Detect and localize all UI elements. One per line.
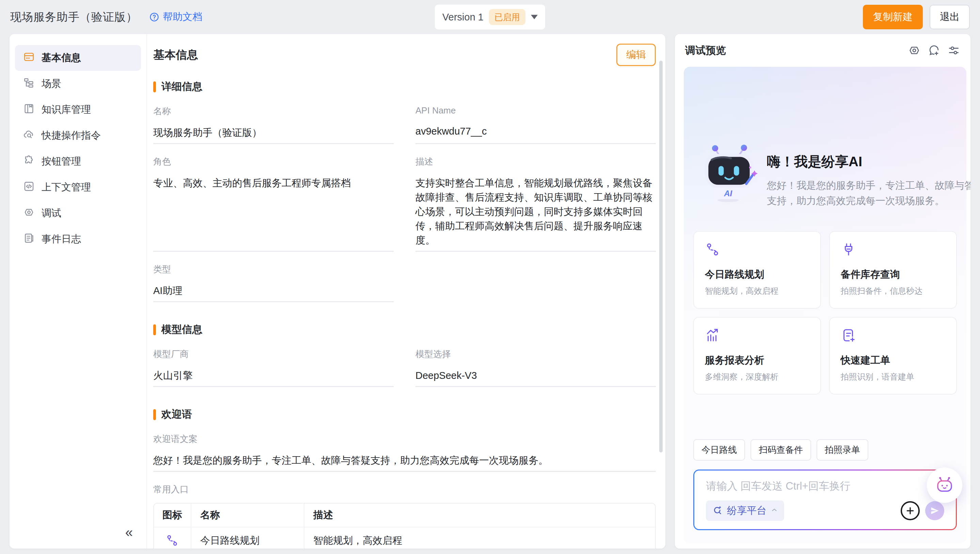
field-role: 角色 专业、高效、主动的售后服务工程师专属搭档 — [153, 156, 394, 252]
book-icon — [23, 103, 35, 117]
search-sparkle-icon — [712, 505, 723, 517]
field-value: DeepSeek-V3 — [415, 368, 656, 383]
new-chat-icon[interactable] — [928, 44, 940, 57]
content-scrollbar[interactable] — [659, 61, 663, 452]
quick-chips: 今日路线 扫码查备件 拍照录单 — [693, 439, 957, 461]
table-header-row: 图标 名称 描述 — [154, 504, 655, 527]
sidebar-item-context-management[interactable]: 上下文管理 — [15, 174, 141, 200]
section-model-header: 模型信息 — [153, 323, 656, 337]
platform-selector[interactable]: 纷享平台 — [706, 501, 784, 521]
section-title: 模型信息 — [161, 323, 202, 337]
sidebar-item-scenes[interactable]: 场景 — [15, 71, 141, 97]
debug-nut-icon[interactable] — [908, 44, 921, 57]
column-header: 名称 — [191, 504, 304, 527]
field-label: 模型厂商 — [153, 348, 394, 360]
chat-input[interactable] — [706, 480, 885, 492]
version-label: Version 1 — [442, 11, 484, 23]
field-welcome-copy: 欢迎语文案 您好！我是您的服务助手，专注工单、故障与答疑支持，助力您高效完成每一… — [153, 433, 656, 472]
field-value: AI助理 — [153, 284, 394, 298]
section-accent-bar — [153, 324, 156, 335]
section-welcome-header: 欢迎语 — [153, 407, 656, 421]
card-title: 快速建工单 — [841, 354, 945, 367]
field-type: 类型 AI助理 — [153, 263, 394, 302]
preview-title: 调试预览 — [685, 44, 726, 57]
field-value: 专业、高效、主动的售后服务工程师专属搭档 — [153, 176, 394, 190]
field-row: 角色 专业、高效、主动的售后服务工程师专属搭档 描述 支持实时整合工单信息，智能… — [153, 156, 656, 252]
column-header: 描述 — [304, 504, 655, 527]
section-title: 欢迎语 — [161, 407, 192, 421]
help-doc-label: 帮助文档 — [163, 10, 202, 24]
sidebar-item-label: 上下文管理 — [41, 180, 91, 194]
card-subtitle: 智能规划，高效启程 — [705, 286, 810, 297]
sidebar-item-knowledge-base[interactable]: 知识库管理 — [15, 97, 141, 123]
sidebar-item-button-management[interactable]: 按钮管理 — [15, 148, 141, 174]
section-accent-bar — [153, 81, 156, 92]
card-icon — [23, 51, 35, 65]
sidebar-item-label: 知识库管理 — [41, 103, 91, 117]
help-circle-icon — [149, 12, 159, 22]
entries-table: 图标 名称 描述 今日路线规划 智能规划，高效启程 — [153, 503, 656, 549]
card-subtitle: 拍照识别，语音建单 — [841, 371, 945, 382]
field-value: av9ekwdu77__c — [415, 124, 656, 138]
field-label: 角色 — [153, 156, 394, 168]
card-report-analysis[interactable]: 服务报表分析 多维洞察，深度解析 — [693, 317, 821, 394]
card-route-planning[interactable]: 今日路线规划 智能规划，高效启程 — [693, 231, 821, 309]
card-title: 备件库存查询 — [841, 268, 945, 281]
card-quick-work-order[interactable]: 快速建工单 拍照识别，语音建单 — [829, 317, 957, 394]
field-model-vendor: 模型厂商 火山引擎 — [153, 348, 394, 387]
card-title: 服务报表分析 — [705, 354, 810, 367]
chip-photo-order[interactable]: 拍照录单 — [816, 439, 868, 461]
card-parts-inventory[interactable]: 备件库存查询 拍照扫备件，信息秒达 — [829, 231, 957, 309]
chip-scan-parts[interactable]: 扫码查备件 — [751, 439, 811, 461]
svg-text:AI: AI — [724, 189, 732, 198]
field-row: 名称 现场服务助手（验证版） API Name av9ekwdu77__c — [153, 105, 656, 144]
exit-button[interactable]: 退出 — [930, 5, 970, 29]
edit-button[interactable]: 编辑 — [616, 44, 656, 66]
log-doc-icon — [23, 232, 35, 246]
cloud-search-icon — [23, 129, 35, 143]
field-value: 火山引擎 — [153, 368, 394, 383]
field-label: 模型选择 — [415, 348, 656, 360]
chip-today-route[interactable]: 今日路线 — [693, 439, 745, 461]
section-detail-header: 详细信息 — [153, 80, 656, 94]
assistant-robot-button[interactable] — [927, 468, 962, 503]
app-screen: 现场服务助手（验证版） 帮助文档 Version 1 已启用 复制新建 退出 — [0, 0, 980, 554]
sidebar-item-event-log[interactable]: 事件日志 — [15, 226, 141, 252]
copy-new-button[interactable]: 复制新建 — [863, 5, 923, 29]
debug-nut-icon — [23, 206, 35, 220]
plug-icon — [841, 253, 856, 259]
topbar: 现场服务助手（验证版） 帮助文档 Version 1 已启用 复制新建 退出 — [0, 0, 980, 34]
page-title: 基本信息 — [153, 47, 198, 63]
preview-header-icons — [908, 44, 960, 57]
chevron-down-icon — [531, 15, 538, 19]
puzzle-icon — [23, 155, 35, 169]
chat-input-box: 纷享平台 — [693, 469, 957, 530]
field-value: 您好！我是您的服务助手，专注工单、故障与答疑支持，助力您高效完成每一次现场服务。 — [153, 453, 656, 468]
sidebar-item-basic-info[interactable]: 基本信息 — [15, 45, 141, 71]
greeting-title: 嗨！我是纷享AI — [767, 152, 970, 171]
attach-plus-button[interactable] — [900, 501, 920, 520]
chat-input-inner: 纷享平台 — [694, 471, 956, 529]
field-row: 模型厂商 火山引擎 模型选择 DeepSeek-V3 — [153, 348, 656, 387]
sidebar-collapse-button[interactable]: « — [125, 525, 133, 539]
version-selector[interactable]: Version 1 已启用 — [435, 5, 545, 30]
sliders-icon[interactable] — [947, 44, 960, 57]
field-label: 类型 — [153, 263, 394, 275]
sidebar-item-debug[interactable]: 调试 — [15, 200, 141, 226]
sidebar-item-label: 基本信息 — [41, 51, 81, 65]
help-doc-link[interactable]: 帮助文档 — [149, 10, 202, 24]
route-icon — [705, 253, 721, 259]
send-button[interactable] — [925, 501, 944, 520]
section-title: 详细信息 — [161, 80, 202, 94]
section-accent-bar — [153, 409, 156, 420]
sidebar-item-label: 快捷操作指令 — [41, 129, 101, 142]
field-row: 类型 AI助理 — [153, 263, 656, 302]
app-title: 现场服务助手（验证版） — [10, 10, 138, 25]
doc-plus-icon — [841, 338, 856, 345]
greeting-text-block: 嗨！我是纷享AI 您好！我是您的服务助手，专注工单、故障与答疑支持，助力您高效完… — [767, 144, 970, 209]
sidebar-item-quick-commands[interactable]: 快捷操作指令 — [15, 123, 141, 148]
sidebar-item-label: 调试 — [41, 206, 61, 220]
sidebar-item-label: 场景 — [41, 77, 61, 91]
entry-name: 今日路线规划 — [191, 527, 304, 549]
chart-icon — [705, 338, 721, 345]
